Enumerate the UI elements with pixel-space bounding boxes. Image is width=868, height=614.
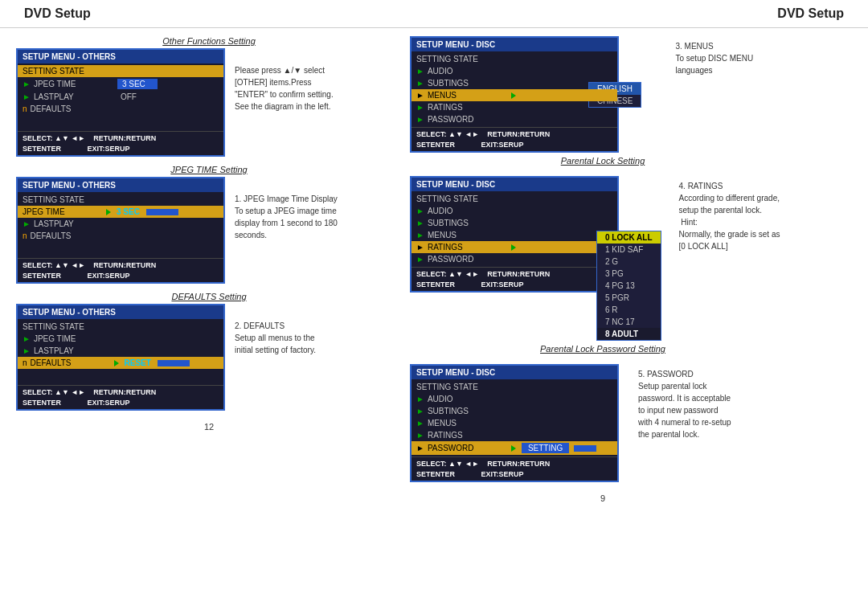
parental-lock-label: Parental Lock Setting — [410, 156, 796, 166]
disc-row3-audio[interactable]: ► AUDIO — [411, 393, 617, 405]
disc-row1-setting-state[interactable]: SETTING STATE — [411, 53, 617, 65]
disc-row1-menus[interactable]: ► MENUS — [411, 89, 617, 101]
disc-row3-menus[interactable]: ► MENUS — [411, 417, 617, 429]
disc-row1-password[interactable]: ► PASSWORD — [411, 113, 617, 125]
others-section-label: Other Functions Setting — [16, 36, 402, 46]
disc-ratings-section: SETUP MENU - DISC SETTING STATE ► AUDIO … — [410, 176, 796, 341]
others-menu-3-header: SETUP MENU - OTHERS — [18, 305, 223, 319]
menu-row-lastplay[interactable]: ► LASTPLAY OFF — [18, 91, 223, 103]
right-page-number: 9 — [410, 493, 796, 503]
menu-row2-defaults[interactable]: n DEFAULTS — [18, 230, 223, 242]
disc-row3-subtings[interactable]: ► SUBTINGS — [411, 405, 617, 417]
disc-menu-1-footer2: SETENTER EXIT:SERUP — [411, 141, 617, 151]
menus-desc: 3. MENUSTo setup DISC MENUlanguages — [675, 36, 753, 76]
ratings2-icon: ► — [416, 243, 424, 252]
others-menu-1-footer2: SETENTER EXIT:SERUP — [18, 145, 223, 155]
disc-menus-section-wrapper: SETUP MENU - DISC SETTING STATE ► AUDIO … — [410, 36, 796, 168]
disc-row2-audio[interactable]: ► AUDIO — [411, 205, 617, 217]
menu-row-defaults[interactable]: n DEFAULTS — [18, 103, 223, 115]
disc-menu-3-header: SETUP MENU - DISC — [411, 366, 617, 379]
menu-row2-setting-state[interactable]: SETTING STATE — [18, 194, 223, 206]
audio3-icon: ► — [416, 395, 424, 403]
menu-row3-setting-state[interactable]: SETTING STATE — [18, 321, 223, 333]
menus2-icon: ► — [416, 231, 424, 239]
menu-row-jpeg-time[interactable]: ► JPEG TIME 3 SEC — [18, 77, 223, 91]
rating-6-r[interactable]: 6 R — [597, 304, 661, 316]
menu-row3-jpeg-time[interactable]: ► JPEG TIME — [18, 333, 223, 345]
defaults-section-wrapper: DEFAULTS Setting SETUP MENU - OTHERS SET… — [16, 292, 402, 411]
disc-menu-1-header: SETUP MENU - DISC — [411, 38, 617, 51]
ratings1-icon: ► — [416, 103, 424, 112]
parental-password-label: Parental Lock Password Setting — [410, 344, 796, 354]
rating-5-pgr[interactable]: 5 PGR — [597, 292, 661, 304]
others-menu-3-footer2: SETENTER EXIT:SERUP — [18, 399, 223, 409]
disc-row2-password[interactable]: ► PASSWORD — [411, 253, 617, 265]
rating-2-g[interactable]: 2 G — [597, 256, 661, 268]
disc-row1-audio[interactable]: ► AUDIO — [411, 65, 617, 77]
others-menu-2-footer: SELECT: ▲▼ ◄► RETURN:RETURN — [18, 258, 223, 272]
password3-icon: ► — [416, 444, 424, 452]
menu-row2-lastplay[interactable]: ► LASTPLAY — [18, 218, 223, 230]
ratings-list: 0 LOCK ALL 1 KID SAF 2 G 3 PG 4 PG 13 5 … — [596, 231, 661, 341]
disc-menus-section: SETUP MENU - DISC SETTING STATE ► AUDIO … — [410, 36, 796, 153]
password2-icon: ► — [416, 255, 424, 264]
disc-row3-setting-state[interactable]: SETTING STATE — [411, 381, 617, 393]
ratings3-icon: ► — [416, 431, 424, 440]
ratings-arrow — [511, 244, 516, 251]
menus-arrow — [511, 92, 516, 99]
disc-menu-3-footer: SELECT: ▲▼ ◄► RETURN:RETURN — [411, 456, 617, 470]
disc-menu-2-body: SETTING STATE ► AUDIO ► SUBTINGS ► MEN — [411, 191, 617, 267]
jpeg-section: SETUP MENU - OTHERS SETTING STATE JPEG T… — [16, 177, 402, 284]
password-bar — [574, 445, 596, 452]
menu-row2-jpeg-time[interactable]: JPEG TIME 3 SEC — [18, 206, 223, 218]
password1-icon: ► — [416, 115, 424, 124]
disc-row2-setting-state[interactable]: SETTING STATE — [411, 193, 617, 205]
lastplay2-icon: ► — [23, 219, 31, 228]
subtings1-icon: ► — [416, 79, 424, 88]
password-arrow — [511, 445, 516, 452]
rating-3-pg[interactable]: 3 PG — [597, 268, 661, 280]
ratings-submenu: 0 LOCK ALL 1 KID SAF 2 G 3 PG 4 PG 13 5 … — [596, 231, 661, 341]
disc-row2-menus[interactable]: ► MENUS — [411, 229, 617, 241]
disc-menu-1: SETUP MENU - DISC SETTING STATE ► AUDIO … — [410, 36, 619, 153]
others-menu-1: SETUP MENU - OTHERS SETTING STATE ► JPEG… — [16, 48, 225, 157]
disc-menu-1-footer: SELECT: ▲▼ ◄► RETURN:RETURN — [411, 127, 617, 141]
defaults-section-label: DEFAULTS Setting — [16, 292, 402, 301]
disc-row2-ratings[interactable]: ► RATINGS — [411, 241, 617, 253]
subtings3-icon: ► — [416, 407, 424, 415]
jpeg-section-wrapper: JPEG TIME Setting SETUP MENU - OTHERS SE… — [16, 165, 402, 284]
jpeg-bar — [146, 209, 178, 215]
rating-4-pg13[interactable]: 4 PG 13 — [597, 280, 661, 292]
disc-menu-2-footer: SELECT: ▲▼ ◄► RETURN:RETURN — [411, 267, 617, 280]
rating-0-lock-all[interactable]: 0 LOCK ALL — [597, 231, 661, 244]
disc-row1-ratings[interactable]: ► RATINGS — [411, 101, 617, 113]
others-section-wrapper: Other Functions Setting SETUP MENU - OTH… — [16, 36, 402, 157]
ratings-desc: 4. RATINGSAccording to different grade,s… — [679, 176, 780, 252]
jpeg-section-label: JPEG TIME Setting — [16, 165, 402, 174]
disc-row2-subtings[interactable]: ► SUBTINGS — [411, 217, 617, 229]
menu-row3-defaults[interactable]: n DEFAULTS RESET — [18, 357, 223, 369]
rating-7-nc17[interactable]: 7 NC 17 — [597, 316, 661, 328]
menu-row3-lastplay[interactable]: ► LASTPLAY — [18, 345, 223, 357]
subtings2-icon: ► — [416, 219, 424, 227]
rating-1-kid-saf[interactable]: 1 KID SAF — [597, 244, 661, 256]
defaults-desc: 2. DEFAULTSSetup all menus to theinitial… — [235, 304, 316, 356]
left-page-number: 12 — [16, 422, 402, 432]
others-menu-1-header: SETUP MENU - OTHERS — [18, 50, 223, 63]
disc-row3-ratings[interactable]: ► RATINGS — [411, 429, 617, 441]
others-menu-1-body: SETTING STATE ► JPEG TIME 3 SEC ► LASTPL… — [18, 63, 223, 131]
others-desc: Please press ▲/▼ select[OTHER] items.Pre… — [235, 48, 334, 113]
lastplay3-icon: ► — [23, 346, 31, 355]
jpeg-icon: ► — [23, 80, 31, 88]
rating-8-adult[interactable]: 8 ADULT — [597, 328, 661, 340]
header-right-title: DVD Setup — [777, 6, 844, 21]
header-left-title: DVD Setup — [24, 6, 91, 21]
lastplay-icon: ► — [23, 92, 31, 101]
menu-row-setting-state[interactable]: SETTING STATE — [18, 65, 223, 77]
others-menu-3-footer: SELECT: ▲▼ ◄► RETURN:RETURN — [18, 385, 223, 399]
password-desc: 5. PASSWORDSetup parental lockpassword. … — [638, 364, 731, 440]
disc-row1-subtings[interactable]: ► SUBTINGS — [411, 77, 617, 89]
disc-row3-password[interactable]: ► PASSWORD SETTING — [411, 441, 617, 455]
disc-menu-2-footer2: SETENTER EXIT:SERUP — [411, 280, 617, 291]
others-section: SETUP MENU - OTHERS SETTING STATE ► JPEG… — [16, 48, 402, 157]
